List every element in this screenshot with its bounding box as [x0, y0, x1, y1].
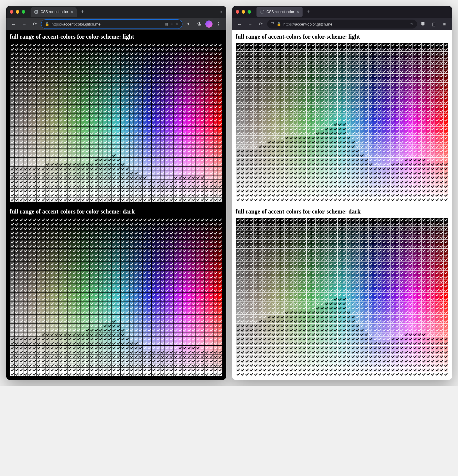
lock-icon: 🔒 — [277, 22, 281, 26]
traffic-lights — [236, 10, 251, 14]
extensions-button[interactable]: ✦ — [184, 20, 193, 29]
address-bar[interactable]: 🔒 https://accent-color.glitch.me ▤ ⠶ ☆ — [41, 20, 182, 29]
globe-icon: ◍ — [34, 10, 38, 14]
new-tab-button[interactable]: + — [79, 9, 86, 15]
back-button[interactable]: ← — [9, 20, 18, 29]
labs-button[interactable]: ⚗ — [195, 20, 204, 29]
browser-tab[interactable]: CSS accent-color × — [256, 7, 303, 17]
heading-light-scheme: full range of accent-colors for color-sc… — [6, 30, 226, 42]
responsive-design-button[interactable]: ⌸ — [429, 20, 438, 29]
accent-color-grid-light — [10, 42, 223, 202]
tab-close-button[interactable]: × — [297, 10, 299, 14]
globe-icon — [260, 10, 264, 14]
pocket-button[interactable]: ⛊ — [419, 20, 428, 29]
accent-color-grid-dark — [10, 217, 223, 377]
menu-button[interactable]: ⋮ — [214, 20, 223, 29]
toolbar: ← → ⟳ ⛉ 🔒 https://accent-color.glitch.me… — [232, 18, 452, 30]
heading-dark-scheme: full range of accent-colors for color-sc… — [232, 205, 452, 217]
traffic-lights — [10, 10, 25, 14]
accent-color-grid-dark — [236, 217, 448, 377]
titlebar: ◍ CSS accent-color × + » — [6, 6, 226, 18]
heading-dark-scheme: full range of accent-colors for color-sc… — [6, 205, 226, 217]
url-text: https://accent-color.glitch.me — [52, 22, 162, 26]
titlebar: CSS accent-color × + — [232, 6, 452, 18]
page-content: full range of accent-colors for color-sc… — [232, 30, 452, 380]
bookmark-star-icon[interactable]: ☆ — [175, 22, 179, 26]
menu-button[interactable]: ≡ — [440, 20, 449, 29]
url-text: https://accent-color.glitch.me — [284, 22, 408, 26]
address-bar[interactable]: ⛉ 🔒 https://accent-color.glitch.me ☆ — [267, 20, 417, 29]
bookmark-star-icon[interactable]: ☆ — [410, 22, 413, 26]
forward-button[interactable]: → — [246, 20, 255, 29]
translate-icon[interactable]: ⠶ — [170, 22, 173, 26]
browser-tab[interactable]: ◍ CSS accent-color × — [31, 7, 77, 17]
lock-icon: 🔒 — [45, 22, 49, 26]
accent-color-grid-light — [236, 42, 448, 202]
reload-button[interactable]: ⟳ — [31, 20, 40, 29]
browser-window-firefox: CSS accent-color × + ← → ⟳ ⛉ 🔒 https://a… — [232, 6, 452, 380]
new-tab-button[interactable]: + — [305, 9, 312, 15]
tab-close-button[interactable]: × — [71, 10, 73, 14]
reader-mode-icon[interactable]: ▤ — [165, 22, 168, 26]
browser-window-chrome: ◍ CSS accent-color × + » ← → ⟳ 🔒 https:/… — [6, 6, 226, 380]
window-zoom-button[interactable] — [22, 10, 25, 14]
reload-button[interactable]: ⟳ — [256, 20, 265, 29]
tab-title: CSS accent-color — [267, 10, 294, 14]
window-minimize-button[interactable] — [242, 10, 245, 14]
tab-overflow-button[interactable]: » — [221, 10, 223, 14]
window-minimize-button[interactable] — [16, 10, 19, 14]
heading-light-scheme: full range of accent-colors for color-sc… — [232, 30, 452, 42]
tab-title: CSS accent-color — [41, 10, 68, 14]
window-zoom-button[interactable] — [248, 10, 251, 14]
back-button[interactable]: ← — [235, 20, 244, 29]
profile-avatar[interactable] — [205, 20, 213, 28]
shield-icon[interactable]: ⛉ — [271, 22, 274, 26]
page-content: full range of accent-colors for color-sc… — [6, 30, 226, 380]
window-close-button[interactable] — [236, 10, 239, 14]
forward-button[interactable]: → — [20, 20, 29, 29]
toolbar: ← → ⟳ 🔒 https://accent-color.glitch.me ▤… — [6, 18, 226, 30]
window-close-button[interactable] — [10, 10, 13, 14]
